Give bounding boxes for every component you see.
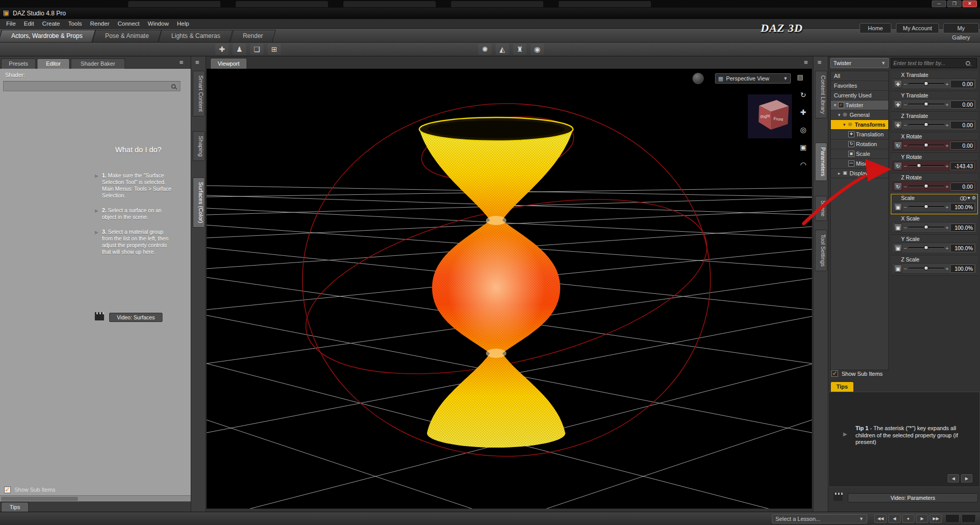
- view-selector[interactable]: ▦ Perspective View ▼: [715, 73, 791, 84]
- activity-tab[interactable]: Actors, Wardrobe & Props: [0, 30, 94, 42]
- tree-group-misc[interactable]: ⋯ Misc: [831, 159, 888, 169]
- create-camera-figure-icon[interactable]: ♜: [513, 44, 526, 55]
- frame-counter[interactable]: [945, 514, 959, 523]
- orbit-camera-icon[interactable]: ↻: [797, 89, 809, 100]
- tab-smart-content[interactable]: Smart Content: [193, 71, 205, 116]
- slider-knob[interactable]: [924, 246, 929, 250]
- parameter-value[interactable]: 100.0%: [950, 244, 975, 252]
- slider-knob[interactable]: [924, 82, 929, 86]
- lesson-selector[interactable]: Select a Lesson... ▼: [772, 514, 867, 523]
- create-light-icon[interactable]: ✺: [478, 44, 492, 55]
- create-plane-icon[interactable]: ⊞: [268, 44, 281, 55]
- create-camera-icon[interactable]: ◉: [530, 44, 544, 55]
- parameter-value[interactable]: 0.00: [950, 100, 975, 109]
- my-account-button[interactable]: My Account: [896, 23, 939, 33]
- tab-presets[interactable]: Presets: [1, 58, 36, 69]
- next-tip-button[interactable]: ▶: [961, 474, 972, 482]
- tree-group-rotation[interactable]: ↻ Rotation: [831, 139, 888, 149]
- parameter-filter-field[interactable]: [891, 58, 977, 68]
- maximize-button[interactable]: ❐: [947, 1, 962, 7]
- parameter-type-icon[interactable]: [894, 162, 902, 170]
- decrement-button[interactable]: [904, 266, 907, 271]
- menu-item[interactable]: Connect: [113, 19, 144, 28]
- transport-button[interactable]: ◀: [888, 514, 901, 523]
- tab-content-library[interactable]: Content Library: [815, 71, 827, 118]
- parameter-filter-input[interactable]: [893, 60, 966, 66]
- parameter-type-icon[interactable]: [894, 183, 902, 191]
- activity-tab[interactable]: Lights & Cameras: [160, 30, 231, 42]
- menu-item[interactable]: Help: [173, 19, 193, 28]
- parameter-type-icon[interactable]: [894, 142, 902, 150]
- increment-button[interactable]: [946, 82, 949, 87]
- dock-menu-icon[interactable]: ≡: [195, 59, 199, 66]
- parameter-slider[interactable]: [908, 268, 944, 269]
- decrement-button[interactable]: [904, 164, 907, 169]
- parameter-value[interactable]: -143.43: [950, 162, 975, 170]
- my-gallery-button[interactable]: My Gallery: [943, 23, 979, 33]
- decrement-button[interactable]: [904, 82, 907, 87]
- tree-group-transforms[interactable]: ◎ Transforms: [831, 120, 888, 130]
- home-button[interactable]: Home: [860, 23, 891, 33]
- transport-button[interactable]: ▶▶: [930, 514, 942, 523]
- parameter-slider[interactable]: [908, 145, 944, 146]
- tab-tips-right[interactable]: Tips: [830, 381, 854, 392]
- menu-item[interactable]: Edit: [20, 19, 38, 28]
- transport-button[interactable]: ▶: [916, 514, 928, 523]
- tab-surfaces-color[interactable]: Surfaces (Color): [193, 177, 205, 228]
- parameter-value[interactable]: 100.0%: [950, 224, 975, 232]
- filter-row[interactable]: Favorites: [831, 81, 888, 91]
- surface-search-field[interactable]: [3, 81, 180, 91]
- parameter-slider[interactable]: [908, 165, 944, 167]
- decrement-button[interactable]: [904, 184, 907, 189]
- activity-tab[interactable]: Pose & Animate: [94, 30, 160, 42]
- parameter-value[interactable]: 0.00: [950, 121, 975, 129]
- scrollbar-thumb[interactable]: [1, 497, 78, 501]
- tab-shader-baker[interactable]: Shader Baker: [71, 58, 125, 69]
- increment-button[interactable]: [946, 184, 949, 189]
- slider-knob[interactable]: [924, 205, 929, 209]
- tab-parameters[interactable]: Parameters: [815, 143, 827, 181]
- pan-camera-icon[interactable]: ✚: [797, 107, 809, 118]
- view-cube-gizmo[interactable]: Right Front: [748, 94, 792, 138]
- favorite-icon[interactable]: ♥: [968, 195, 970, 200]
- checkbox-checked-icon[interactable]: [831, 370, 838, 377]
- video-surfaces-button[interactable]: Video: Surfaces: [109, 313, 162, 322]
- menu-item[interactable]: Tools: [64, 19, 86, 28]
- increment-button[interactable]: [946, 164, 949, 169]
- gear-icon[interactable]: ⚙: [972, 195, 976, 200]
- horizontal-scrollbar[interactable]: [0, 495, 191, 501]
- create-group-icon[interactable]: ❏: [250, 44, 263, 55]
- transport-button[interactable]: ●: [902, 514, 914, 523]
- viewport-3d-scene[interactable]: Right Front: [207, 69, 812, 509]
- menu-item[interactable]: Create: [38, 19, 64, 28]
- tab-shaping[interactable]: Shaping: [193, 131, 205, 161]
- create-spotlight-icon[interactable]: ◭: [496, 44, 509, 55]
- increment-button[interactable]: [946, 266, 949, 271]
- slider-knob[interactable]: [924, 266, 929, 271]
- minimize-button[interactable]: ─: [932, 1, 946, 7]
- viewport-canvas[interactable]: Right Front ▦ Perspective View ▼ ▤ ↻ ✚ ◎…: [207, 69, 812, 509]
- previous-tip-button[interactable]: ◀: [948, 474, 959, 482]
- menu-item[interactable]: Window: [144, 19, 173, 28]
- activity-tab[interactable]: Render: [232, 30, 274, 42]
- parameter-type-icon[interactable]: [894, 224, 902, 232]
- tab-tips-left[interactable]: Tips: [1, 502, 29, 512]
- tab-tool-settings[interactable]: Tool Settings: [815, 230, 827, 271]
- menu-item[interactable]: Render: [86, 19, 114, 28]
- decrement-button[interactable]: [904, 225, 907, 230]
- filter-row[interactable]: All: [831, 71, 888, 81]
- decrement-button[interactable]: [904, 102, 907, 107]
- parameter-slider[interactable]: [908, 227, 944, 228]
- create-figure-icon[interactable]: ♟: [233, 44, 246, 55]
- expander-icon[interactable]: [838, 110, 841, 119]
- expander-icon[interactable]: [843, 120, 846, 129]
- slider-knob[interactable]: [924, 225, 929, 230]
- decrement-button[interactable]: [904, 143, 907, 148]
- tree-group-translation[interactable]: ✚ Translation: [831, 130, 888, 139]
- camera-sphere-icon[interactable]: [692, 73, 704, 84]
- parameter-type-icon[interactable]: [894, 244, 902, 252]
- tree-node-twister[interactable]: ✓ Twister: [831, 100, 888, 110]
- parameter-slider[interactable]: [908, 206, 944, 208]
- surface-search-input[interactable]: [4, 82, 171, 90]
- dock-menu-icon[interactable]: ≡: [818, 59, 822, 66]
